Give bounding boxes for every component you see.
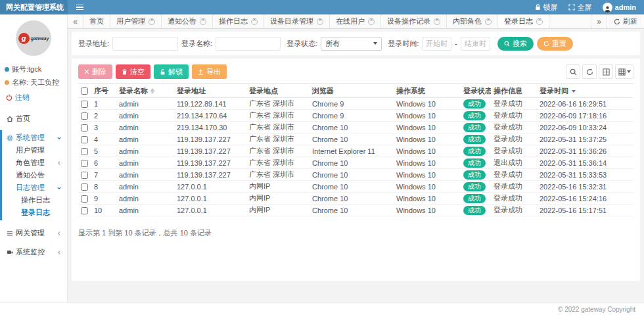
- fullscreen-button[interactable]: 全屏: [568, 3, 592, 12]
- end-time-input[interactable]: [461, 37, 490, 51]
- tab-首页[interactable]: 首页: [83, 14, 110, 28]
- tab-label: 在线用户: [336, 16, 365, 26]
- refresh-tab-button[interactable]: 刷新: [607, 14, 644, 28]
- sidebar-item-role-mgmt[interactable]: 角色管理: [2, 157, 67, 169]
- tab-设备操作记录[interactable]: 设备操作记录: [381, 14, 447, 28]
- cell-browser: Chrome 10: [310, 169, 394, 181]
- clear-button[interactable]: 清空: [116, 64, 150, 79]
- logout-button[interactable]: 注销: [0, 90, 67, 105]
- tab-内部角色[interactable]: 内部角色: [447, 14, 498, 28]
- column-header-序号[interactable]: 序号: [91, 84, 116, 98]
- filter-panel: 登录地址: 登录名称: 登录状态: 所有 登录时间: - 搜索: [72, 32, 640, 55]
- column-header-登录地点[interactable]: 登录地点: [246, 84, 310, 98]
- column-label: 登录地址: [177, 87, 206, 95]
- table-row: 4admin119.139.137.227广东省 深圳市Chrome 10Win…: [78, 133, 633, 145]
- row-checkbox[interactable]: [81, 207, 88, 214]
- cell-status: 成功: [461, 181, 491, 193]
- cell-time: 2022-06-16 16:29:51: [537, 98, 633, 110]
- column-header-操作系统[interactable]: 操作系统: [394, 84, 461, 98]
- column-header-登录状态[interactable]: 登录状态: [461, 84, 491, 98]
- tab-label: 设备操作记录: [387, 16, 430, 26]
- row-checkbox[interactable]: [81, 112, 88, 120]
- sidebar-item-user-mgmt[interactable]: 用户管理: [2, 144, 67, 157]
- toggle-columns-icon[interactable]: [599, 64, 613, 79]
- reset-button[interactable]: 重置: [537, 37, 573, 51]
- table-row: 2admin219.134.170.64广东省 深圳市Chrome 9Windo…: [78, 110, 633, 122]
- row-checkbox[interactable]: [81, 101, 88, 108]
- top-header-bar: 网关配置管理系统 锁屏 全屏 admin: [0, 0, 644, 14]
- start-time-input[interactable]: [422, 37, 451, 51]
- close-tab-icon[interactable]: [485, 18, 492, 25]
- select-all-header: [78, 84, 91, 98]
- cell-os: Windows 10: [394, 181, 461, 193]
- cell-status: 成功: [461, 169, 491, 181]
- search-button[interactable]: 搜索: [497, 37, 534, 51]
- row-checkbox[interactable]: [81, 195, 88, 203]
- close-tab-icon[interactable]: [368, 18, 375, 25]
- cell-message: 登录成功: [491, 205, 537, 216]
- select-all-checkbox[interactable]: [81, 87, 88, 95]
- row-checkbox[interactable]: [81, 160, 88, 167]
- lock-screen-button[interactable]: 锁屏: [535, 3, 558, 12]
- column-header-登录名称[interactable]: 登录名称: [116, 84, 174, 98]
- cell-time: 2022-05-16 15:32:31: [537, 181, 633, 193]
- delete-button[interactable]: 删除: [78, 64, 112, 79]
- table-refresh-icon[interactable]: [582, 64, 597, 79]
- close-tab-icon[interactable]: [536, 18, 543, 25]
- topbar-right: 锁屏 全屏 admin: [535, 3, 644, 12]
- login-address-input[interactable]: [112, 37, 178, 51]
- column-header-浏览器[interactable]: 浏览器: [310, 84, 394, 98]
- tab-用户管理[interactable]: 用户管理: [110, 14, 162, 28]
- content: 登录地址: 登录名称: 登录状态: 所有 登录时间: - 搜索: [68, 29, 644, 303]
- sidebar-item-op-log[interactable]: 操作日志: [2, 194, 67, 206]
- tabs-scroll-right-icon[interactable]: »: [591, 14, 607, 28]
- upload-icon: [198, 69, 204, 75]
- close-tab-icon[interactable]: [149, 18, 155, 25]
- name-row: 名称: 天工负控: [0, 76, 67, 89]
- cell-index: 6: [91, 157, 116, 169]
- sidebar-item-sys-monitor[interactable]: 系统监控: [0, 246, 67, 258]
- cell-time: 2022-05-16 15:17:51: [537, 205, 633, 216]
- tab-操作日志[interactable]: 操作日志: [213, 14, 264, 28]
- cell-time: 2022-05-16 15:24:16: [537, 193, 633, 205]
- account-row: 账号:tgck: [0, 62, 67, 76]
- sort-icon: [150, 88, 154, 94]
- close-tab-icon[interactable]: [200, 18, 206, 25]
- cell-message: 登录成功: [491, 122, 537, 133]
- column-header-操作信息[interactable]: 操作信息: [491, 84, 537, 98]
- column-header-登录时间[interactable]: 登录时间: [537, 84, 633, 98]
- sidebar-item-home[interactable]: 首页: [0, 112, 67, 125]
- close-tab-icon[interactable]: [434, 18, 440, 25]
- sidebar-item-login-log[interactable]: 登录日志: [2, 206, 67, 219]
- grid-view-dropdown-icon[interactable]: [615, 64, 633, 79]
- table-search-icon[interactable]: [566, 64, 580, 79]
- close-tab-icon[interactable]: [317, 18, 323, 25]
- tab-设备目录管理[interactable]: 设备目录管理: [264, 14, 330, 28]
- tab-通知公告[interactable]: 通知公告: [162, 14, 213, 28]
- cell-message: 登录成功: [491, 181, 537, 193]
- column-header-登录地址[interactable]: 登录地址: [174, 84, 246, 98]
- close-tab-icon[interactable]: [251, 18, 258, 25]
- row-checkbox[interactable]: [81, 172, 88, 179]
- login-status-select[interactable]: 所有: [321, 37, 382, 51]
- sidebar-toggle-icon[interactable]: [76, 5, 83, 11]
- tab-登录日志[interactable]: 登录日志: [498, 14, 549, 28]
- login-log-table-body: 1admin119.122.89.141广东省 深圳市Chrome 9Windo…: [78, 98, 633, 216]
- sidebar-item-notice[interactable]: 通知公告: [2, 169, 67, 182]
- export-button[interactable]: 导出: [192, 64, 227, 79]
- row-checkbox[interactable]: [81, 148, 88, 155]
- table-row: 7admin119.139.137.227广东省 深圳市Chrome 10Win…: [78, 169, 633, 181]
- row-checkbox[interactable]: [81, 124, 88, 132]
- tabs-scroll-left-icon[interactable]: «: [68, 14, 83, 28]
- cell-location: 内网IP: [246, 181, 310, 193]
- sidebar-item-log-mgmt[interactable]: 日志管理: [2, 182, 67, 194]
- row-checkbox[interactable]: [81, 183, 88, 191]
- user-menu[interactable]: admin: [603, 3, 636, 12]
- row-checkbox[interactable]: [81, 136, 88, 143]
- sidebar-item-system-mgmt[interactable]: 系统管理: [2, 132, 67, 144]
- sidebar-group-system: 系统管理 用户管理 角色管理 通知公告 日志管理 操作日志 登录日志: [0, 130, 67, 220]
- tab-在线用户[interactable]: 在线用户: [330, 14, 381, 28]
- login-name-input[interactable]: [216, 37, 281, 51]
- unlock-button[interactable]: 解锁: [154, 64, 189, 79]
- sidebar-item-gateway-mgmt[interactable]: 网关管理: [0, 227, 67, 239]
